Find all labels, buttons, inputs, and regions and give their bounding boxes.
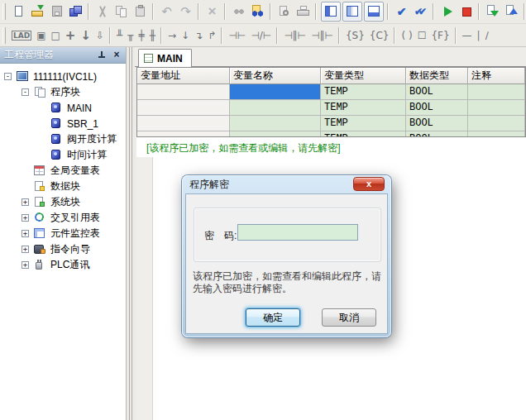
- save-all-button[interactable]: [67, 2, 84, 21]
- cell-comment[interactable]: [468, 100, 525, 116]
- tree-item-instruction-wizard[interactable]: + 指令向导: [0, 241, 126, 257]
- tree-item-program-blocks[interactable]: - 程序块: [0, 84, 126, 100]
- panel-splitter[interactable]: [126, 47, 135, 420]
- line-up-right-button[interactable]: ↱: [205, 26, 218, 45]
- contact-falling-button[interactable]: ⊣‖⊢: [308, 26, 336, 45]
- cell-data-type[interactable]: BOOL: [406, 84, 468, 100]
- table-row[interactable]: TEMP BOOL: [137, 116, 525, 131]
- toggle-project-manager-button[interactable]: [321, 2, 341, 21]
- arrow-down-hollow-button[interactable]: ⇩: [93, 26, 107, 45]
- ladder-branch-down-button[interactable]: ╥: [125, 26, 136, 45]
- find-button[interactable]: [230, 2, 247, 21]
- tree-expander[interactable]: +: [22, 246, 29, 253]
- tree-item-data-block[interactable]: 数据块: [0, 179, 126, 194]
- tree-expander[interactable]: +: [22, 230, 29, 237]
- tree-item-sbr1[interactable]: SBR_1: [0, 116, 126, 131]
- cell-comment[interactable]: [468, 116, 525, 131]
- password-input[interactable]: [237, 224, 358, 241]
- line-right-button[interactable]: →: [165, 26, 179, 45]
- cell-variable-type[interactable]: TEMP: [321, 84, 406, 100]
- cell-variable-address[interactable]: [137, 84, 230, 100]
- dialog-close-button[interactable]: x: [353, 177, 385, 191]
- cell-comment[interactable]: [468, 84, 525, 100]
- clear-instruction-button[interactable]: {C}: [367, 26, 392, 45]
- tree-item-element-monitor-table[interactable]: + 元件监控表: [0, 226, 126, 241]
- cell-variable-name[interactable]: [230, 131, 321, 137]
- open-project-button[interactable]: [29, 2, 46, 21]
- tree-item-system-block[interactable]: + 系统块: [0, 194, 126, 210]
- arrow-down-filled-button[interactable]: ↓: [78, 26, 93, 45]
- cell-variable-name[interactable]: [230, 84, 321, 100]
- insert-network-button[interactable]: ▣: [34, 26, 48, 45]
- column-header[interactable]: 变量地址: [137, 68, 230, 84]
- contact-no-button[interactable]: ⊣⊢: [226, 26, 248, 45]
- new-file-button[interactable]: [10, 2, 27, 21]
- line-down-right-button[interactable]: ↴: [192, 26, 205, 45]
- tree-expander[interactable]: -: [22, 88, 29, 96]
- coil-button[interactable]: ( ): [399, 26, 414, 45]
- cell-variable-type[interactable]: TEMP: [321, 131, 406, 137]
- tree-expander[interactable]: [38, 104, 45, 112]
- lad-mode-button[interactable]: LAD: [9, 26, 34, 45]
- contact-nc-button[interactable]: ⊣/⊢: [248, 26, 274, 45]
- ladder-merge-button[interactable]: ╪: [136, 26, 147, 45]
- column-header[interactable]: 变量类型: [321, 68, 406, 84]
- column-header[interactable]: 注释: [468, 68, 525, 84]
- tree-item-valve-opening-calc[interactable]: 阀开度计算: [0, 131, 126, 147]
- tree-expander[interactable]: +: [22, 261, 29, 269]
- cell-variable-address[interactable]: [137, 100, 230, 116]
- cut-button[interactable]: [93, 2, 111, 21]
- cell-variable-address[interactable]: [137, 116, 230, 131]
- delete-button[interactable]: [203, 2, 221, 21]
- copy-button[interactable]: [112, 2, 130, 21]
- cell-variable-name[interactable]: [230, 116, 321, 131]
- tree-item-main[interactable]: MAIN: [0, 100, 126, 116]
- toggle-output-window-button[interactable]: [364, 2, 384, 21]
- table-row[interactable]: TEMP BOOL: [137, 84, 525, 100]
- tree-item-time-calc[interactable]: 时间计算: [0, 147, 126, 163]
- instruction-box-button[interactable]: ☐: [415, 26, 429, 45]
- table-row[interactable]: TEMP BOOL: [137, 131, 525, 137]
- set-instruction-button[interactable]: {S}: [343, 26, 367, 45]
- column-header[interactable]: 变量名称: [230, 68, 321, 84]
- upload-button[interactable]: [503, 2, 520, 21]
- tree-item-project-root[interactable]: - 111111(IVC1L): [0, 69, 126, 84]
- vertical-line-button[interactable]: |: [475, 26, 483, 45]
- contact-rising-button[interactable]: ⊣‖⊢: [281, 26, 308, 45]
- cell-data-type[interactable]: BOOL: [406, 116, 468, 131]
- undo-button[interactable]: [158, 2, 175, 21]
- tab-main[interactable]: MAIN: [138, 49, 192, 67]
- tree-expander[interactable]: [38, 151, 45, 159]
- print-preview-button[interactable]: [275, 2, 293, 21]
- table-row[interactable]: TEMP BOOL: [137, 100, 525, 116]
- cell-variable-name[interactable]: [230, 100, 321, 116]
- tree-expander[interactable]: [38, 136, 45, 143]
- compile-all-button[interactable]: [412, 2, 429, 21]
- column-header[interactable]: 数据类型: [406, 68, 468, 84]
- download-button[interactable]: [484, 2, 501, 21]
- tree-expander[interactable]: +: [22, 198, 29, 206]
- cell-variable-type[interactable]: TEMP: [321, 100, 406, 116]
- compile-button[interactable]: [393, 2, 410, 21]
- horizontal-line-button[interactable]: —: [460, 26, 475, 45]
- cell-comment[interactable]: [468, 131, 525, 137]
- tree-expander[interactable]: +: [22, 214, 29, 222]
- tree-expander[interactable]: [22, 167, 29, 174]
- find-in-project-button[interactable]: [249, 2, 266, 21]
- panel-close-icon[interactable]: ×: [112, 50, 122, 60]
- paste-button[interactable]: [132, 2, 149, 21]
- print-button[interactable]: [294, 2, 312, 21]
- line-down-button[interactable]: ↓: [179, 26, 192, 45]
- cell-variable-address[interactable]: [137, 131, 230, 137]
- tree-expander[interactable]: -: [4, 73, 12, 80]
- delete-line-button[interactable]: ∕: [483, 26, 491, 45]
- toggle-info-window-button[interactable]: [342, 2, 362, 21]
- cancel-button[interactable]: 取消: [322, 308, 376, 327]
- crosshair-cursor-button[interactable]: +: [63, 26, 79, 45]
- ladder-parallel-button[interactable]: ╫: [147, 26, 158, 45]
- tree-expander[interactable]: [38, 120, 45, 127]
- tree-expander[interactable]: [22, 183, 29, 190]
- tree-item-cross-reference-table[interactable]: + 交叉引用表: [0, 210, 126, 226]
- save-button[interactable]: [48, 2, 65, 21]
- stop-button[interactable]: [457, 2, 475, 21]
